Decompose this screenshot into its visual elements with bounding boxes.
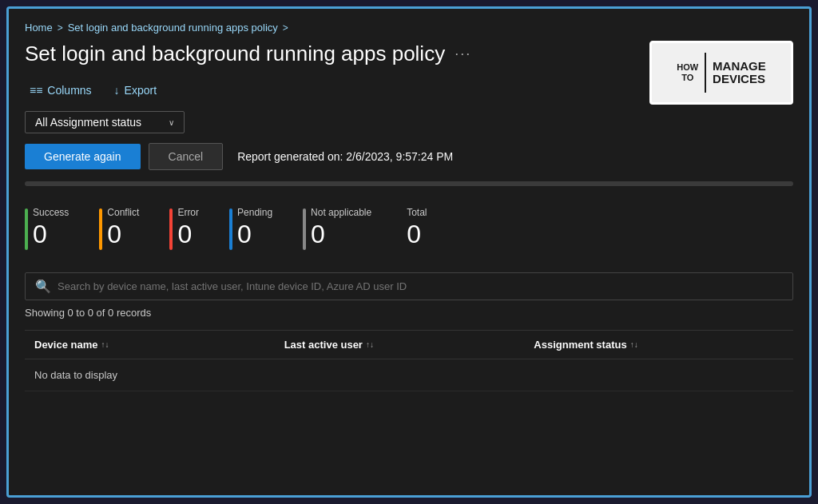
- breadcrumb-sep2: >: [283, 22, 288, 34]
- column-last-active-user[interactable]: Last active user ↑↓: [284, 339, 534, 351]
- search-box[interactable]: 🔍: [25, 272, 793, 300]
- search-input[interactable]: [58, 280, 783, 292]
- logo: HOW TO MANAGE DEVICES: [649, 41, 793, 105]
- action-row: Generate again Cancel Report generated o…: [25, 143, 793, 170]
- search-icon: 🔍: [35, 279, 51, 294]
- report-generated-info: Report generated on: 2/6/2023, 9:57:24 P…: [237, 150, 453, 163]
- columns-icon: ≡≡: [30, 84, 42, 97]
- records-count: Showing 0 to 0 of 0 records: [25, 307, 793, 319]
- column-device-name[interactable]: Device name ↑↓: [34, 339, 284, 351]
- column-assignment-status-label: Assignment status: [534, 339, 626, 351]
- columns-label: Columns: [47, 84, 91, 97]
- logo-divider: [705, 53, 706, 93]
- chevron-down-icon: ∨: [169, 118, 174, 127]
- pending-bar: [229, 208, 232, 250]
- error-value: 0: [177, 221, 199, 247]
- na-label: Not applicable: [311, 207, 371, 218]
- columns-button[interactable]: ≡≡ Columns: [25, 81, 97, 100]
- stat-not-applicable: Not applicable 0: [288, 207, 387, 250]
- sort-device-name-icon[interactable]: ↑↓: [101, 341, 109, 349]
- progress-bar: [25, 181, 793, 186]
- data-table: Device name ↑↓ Last active user ↑↓ Assig…: [25, 330, 793, 391]
- stat-total: Total 0: [387, 207, 427, 247]
- toolbar: ≡≡ Columns ↓ Export HOW TO MANAGE DEVICE…: [25, 81, 793, 100]
- total-label: Total: [407, 207, 427, 218]
- export-label: Export: [125, 84, 157, 97]
- column-last-active-user-label: Last active user: [284, 339, 363, 351]
- breadcrumb-home[interactable]: Home: [25, 22, 53, 34]
- column-assignment-status[interactable]: Assignment status ↑↓: [534, 339, 784, 351]
- conflict-value: 0: [107, 221, 139, 247]
- conflict-bar: [99, 208, 102, 250]
- total-value: 0: [407, 221, 427, 247]
- sort-assignment-status-icon[interactable]: ↑↓: [630, 341, 638, 349]
- error-label: Error: [177, 207, 199, 218]
- generate-again-button[interactable]: Generate again: [25, 144, 141, 169]
- export-icon: ↓: [114, 84, 120, 97]
- dropdown-label: All Assignment status: [35, 116, 141, 129]
- breadcrumb: Home > Set login and background running …: [25, 22, 793, 34]
- column-device-name-label: Device name: [34, 339, 98, 351]
- logo-manage: MANAGE: [713, 60, 766, 73]
- stats-row: Success 0 Conflict 0 Error 0 Pending: [25, 200, 793, 256]
- pending-value: 0: [237, 221, 272, 247]
- breadcrumb-policy[interactable]: Set login and background running apps po…: [68, 22, 278, 34]
- success-value: 0: [33, 221, 69, 247]
- na-bar: [303, 208, 306, 250]
- stat-conflict: Conflict 0: [85, 207, 155, 250]
- error-bar: [169, 208, 173, 250]
- assignment-status-dropdown[interactable]: All Assignment status ∨: [25, 111, 185, 133]
- success-bar: [25, 208, 28, 250]
- na-value: 0: [311, 221, 371, 247]
- logo-devices: DEVICES: [713, 73, 766, 86]
- pending-label: Pending: [237, 207, 272, 218]
- more-options-button[interactable]: ···: [455, 46, 471, 62]
- success-label: Success: [33, 207, 69, 218]
- stat-error: Error 0: [155, 207, 215, 250]
- stat-success: Success 0: [25, 207, 85, 250]
- empty-message: No data to display: [34, 369, 117, 381]
- main-container: Home > Set login and background running …: [6, 6, 812, 498]
- logo-to: TO: [681, 73, 693, 83]
- breadcrumb-sep1: >: [58, 22, 63, 34]
- stat-pending: Pending 0: [215, 207, 288, 250]
- table-empty-row: No data to display: [25, 359, 793, 391]
- table-header: Device name ↑↓ Last active user ↑↓ Assig…: [25, 331, 793, 359]
- conflict-label: Conflict: [107, 207, 139, 218]
- sort-last-active-user-icon[interactable]: ↑↓: [366, 341, 374, 349]
- logo-how: HOW: [677, 62, 698, 73]
- page-title: Set login and background running apps po…: [25, 42, 445, 66]
- export-button[interactable]: ↓ Export: [109, 81, 161, 100]
- dropdown-row: All Assignment status ∨: [25, 111, 793, 133]
- cancel-button[interactable]: Cancel: [149, 143, 224, 170]
